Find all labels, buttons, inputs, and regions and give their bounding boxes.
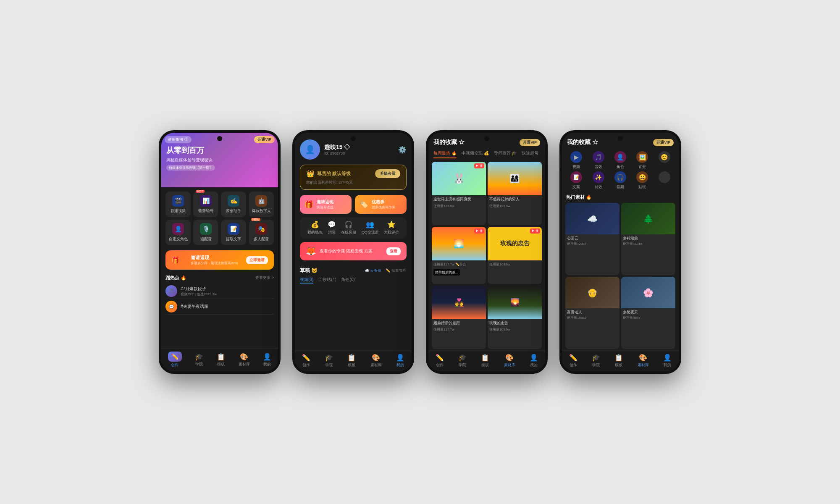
cat-sticker[interactable]: 😀 贴纸 <box>632 171 652 190</box>
dubbing-icon: 🎙️ <box>200 223 212 235</box>
video-card-2[interactable]: 👨‍👩‍👧 不值得托付的男人 使用量103.9w <box>488 162 542 225</box>
action-digital-human[interactable]: 🤖 爆款数字人 <box>249 192 274 217</box>
action-dubbing[interactable]: 🎙️ 追配音 <box>193 220 218 245</box>
action-new-video[interactable]: 🎬 新建视频 <box>165 192 191 217</box>
action-marketing[interactable]: HOT 📊 营营销号 <box>193 192 218 217</box>
video-stats-5: 使用量117.7w <box>432 327 486 333</box>
topic-title-1: #7月爆款段子 <box>181 286 274 292</box>
cat-video[interactable]: ▶ 视频 <box>566 151 586 170</box>
p2-nav-academy[interactable]: 🎓 学院 <box>325 354 333 368</box>
benefit-invite[interactable]: 🎁 邀请返现 快速有收益 <box>300 195 352 214</box>
topic-item-1[interactable]: 🎵 #7月爆款段子 视频29个 | 热度2379.2w <box>165 284 274 299</box>
video-overlay-3: 婚前婚后的差... <box>433 269 460 276</box>
new-video-icon: 🎬 <box>172 195 184 207</box>
cat-empty-1: 😊 <box>654 151 675 170</box>
p2-nav-materials[interactable]: 🎨 素材库 <box>370 354 382 368</box>
cashback-action-button[interactable]: 查看 <box>386 247 401 255</box>
nav-qq-group[interactable]: 👥 QQ交流群 <box>362 220 379 235</box>
quick-actions-grid: 🎬 新建视频 HOT 📊 营营销号 ✍️ 原创助手 🤖 爆款数字人 <box>161 187 278 248</box>
invite-action-button[interactable]: 立即邀请 <box>246 256 268 264</box>
hot-topics-section: 蹭热点 🔥 查看更多 > 🎵 #7月爆款段子 视频29个 | 热度2379.2w… <box>161 272 278 349</box>
p2-nav-mine[interactable]: 👤 我的 <box>396 354 404 368</box>
wallet-icon: 💰 <box>311 220 319 228</box>
p2-templates-icon: 📋 <box>347 354 356 362</box>
tab-weekly-hot[interactable]: 每周最热 🔥 <box>433 150 457 158</box>
cat-audio[interactable]: 🎧 音频 <box>610 171 630 190</box>
draft-tab-recycle[interactable]: 回收站(4) <box>318 277 336 284</box>
p4-nav-academy[interactable]: 🎓 学院 <box>592 354 600 368</box>
nav-messages[interactable]: 💬 消息 <box>328 220 336 235</box>
material-card-3[interactable]: 👴 富贵老人 使用量10362 <box>565 277 620 349</box>
settings-icon[interactable]: ⚙️ <box>398 146 407 154</box>
material-card-1[interactable]: ☁️ 心形云 使用量12387 <box>565 203 620 275</box>
p3-nav-academy[interactable]: 🎓 学院 <box>458 354 467 368</box>
phone3-bottom-nav: ✏️ 创作 🎓 学院 📋 模板 🎨 素材库 👤 我的 <box>428 351 545 371</box>
p4-nav-materials[interactable]: 🎨 素材库 <box>638 354 649 368</box>
cat-role[interactable]: 👤 角色 <box>610 151 630 170</box>
phone-1: 使用指南 ① 开通VIP 从零到百万 揭秘自媒体起号变现秘诀 自媒体创业系列课【… <box>159 130 281 374</box>
p3-nav-create[interactable]: ✏️ 创作 <box>436 354 444 368</box>
p3-nav-mine[interactable]: 👤 我的 <box>530 354 538 368</box>
nav-materials[interactable]: 🎨 素材库 <box>239 353 250 367</box>
cashback-banner[interactable]: 🦊 查看你的专属 陪粉变现 方案 查看 <box>300 242 407 260</box>
nav-templates[interactable]: 📋 模板 <box>217 353 225 367</box>
draft-title: 草稿 🐱 <box>300 267 318 274</box>
nav-academy[interactable]: 🎓 学院 <box>195 353 203 367</box>
p4-nav-create[interactable]: ✏️ 创作 <box>569 354 578 368</box>
topic-item-2[interactable]: 💬 #夫妻午夜话题 <box>165 299 274 315</box>
benefit-coupon[interactable]: 🏷️ 优惠券 更多优惠等你来 <box>355 195 407 214</box>
cat-effects[interactable]: ✨ 特效 <box>588 171 608 190</box>
vip-upgrade-button[interactable]: 升级会员 <box>375 169 400 178</box>
materials-vip-button[interactable]: 开通VIP <box>653 139 674 146</box>
tab-quick-start[interactable]: 快速起号 <box>522 150 538 158</box>
nav-wallet[interactable]: 💰 我的钱包 <box>307 220 323 235</box>
hero-vip-button[interactable]: 开通VIP <box>254 136 275 143</box>
p3-nav-templates[interactable]: 📋 模板 <box>481 354 489 368</box>
video-card-6[interactable]: 🌄 玫瑰的忠告 使用量103.9w <box>488 286 542 349</box>
phone3-content: 我的收藏 ☆ 开通VIP 每周最热 🔥 中视频变现 💰 导师推荐 🎓 快速起号 … <box>428 133 545 351</box>
tab-mentor[interactable]: 导师推荐 🎓 <box>494 150 517 158</box>
draft-tab-video[interactable]: 视频(0) <box>300 277 313 284</box>
mine-nav-icon: 👤 <box>263 353 271 361</box>
vip-level-text: 尊贵的 默认等级 <box>317 171 351 177</box>
p4-nav-templates[interactable]: 📋 模板 <box>614 354 623 368</box>
batch-manage-button[interactable]: ✏️ 批量管理 <box>386 268 407 273</box>
cat-empty-icon-2 <box>659 171 670 183</box>
action-extract-text[interactable]: 📝 提取文字 <box>221 220 246 245</box>
p4-templates-icon: 📋 <box>614 354 623 362</box>
p4-academy-icon: 🎓 <box>592 354 600 362</box>
cloud-backup-button[interactable]: ☁️ 云备份 <box>365 268 382 273</box>
nav-create[interactable]: ✏️ 创作 <box>168 352 182 368</box>
p4-nav-mine[interactable]: 👤 我的 <box>663 354 672 368</box>
video-card-1[interactable]: 🐰 ▶ 播 这世界上没有感同身受 使用量189.9w <box>432 162 486 225</box>
category-row-1: ▶ 视频 🎵 音效 👤 角色 🖼️ 背景 <box>562 149 679 170</box>
nav-support[interactable]: 🎧 在线客服 <box>341 220 356 235</box>
hero-guide-badge[interactable]: 使用指南 ① <box>165 136 192 143</box>
cat-sound[interactable]: 🎵 音效 <box>588 151 608 170</box>
video-card-3[interactable]: 🌅 ▶ 播 婚前婚后的差... 使用量117.7w ✏️分合 <box>432 227 486 284</box>
topic-info-2: #夫妻午夜话题 <box>181 304 274 310</box>
cat-bg[interactable]: 🖼️ 背景 <box>632 151 652 170</box>
p2-nav-templates[interactable]: 📋 模板 <box>347 354 356 368</box>
draft-header: 草稿 🐱 ☁️ 云备份 ✏️ 批量管理 <box>300 267 407 274</box>
invite-banner[interactable]: 🎁 邀请返现 多邀多分得，返现比例最高20% 立即邀请 <box>165 250 274 270</box>
hot-section-more[interactable]: 查看更多 > <box>255 275 274 281</box>
video-card-5[interactable]: 💑 婚前婚后的差距 使用量117.7w <box>432 286 486 349</box>
explore-vip-button[interactable]: 开通VIP <box>520 139 540 146</box>
p2-nav-create[interactable]: ✏️ 创作 <box>302 354 310 368</box>
support-icon: 🎧 <box>344 220 353 228</box>
material-stats-4: 使用量9876 <box>621 315 675 322</box>
action-custom-role[interactable]: 👤 自定义角色 <box>165 220 191 245</box>
material-card-2[interactable]: 🌲 乡村治愈 使用量11015 <box>621 203 675 275</box>
action-original[interactable]: ✍️ 原创助手 <box>221 192 246 217</box>
draft-tab-role[interactable]: 角色(0) <box>341 277 354 284</box>
profile-avatar: 👤 <box>300 139 320 160</box>
video-card-4[interactable]: 玫瑰的忠告 ▶ 播 使用量103.9w <box>488 227 542 284</box>
material-card-4[interactable]: 🌸 乡愁夜景 使用量9876 <box>621 277 675 349</box>
nav-rate[interactable]: ⭐ 为我评价 <box>384 220 399 235</box>
nav-mine[interactable]: 👤 我的 <box>263 353 271 367</box>
p3-nav-materials[interactable]: 🎨 素材库 <box>504 354 515 368</box>
action-multi-dub[interactable]: NEW 🎭 多人配音 <box>249 220 274 245</box>
tab-video-monetize[interactable]: 中视频变现 💰 <box>462 150 489 158</box>
cat-script[interactable]: 📝 文案 <box>566 171 586 190</box>
